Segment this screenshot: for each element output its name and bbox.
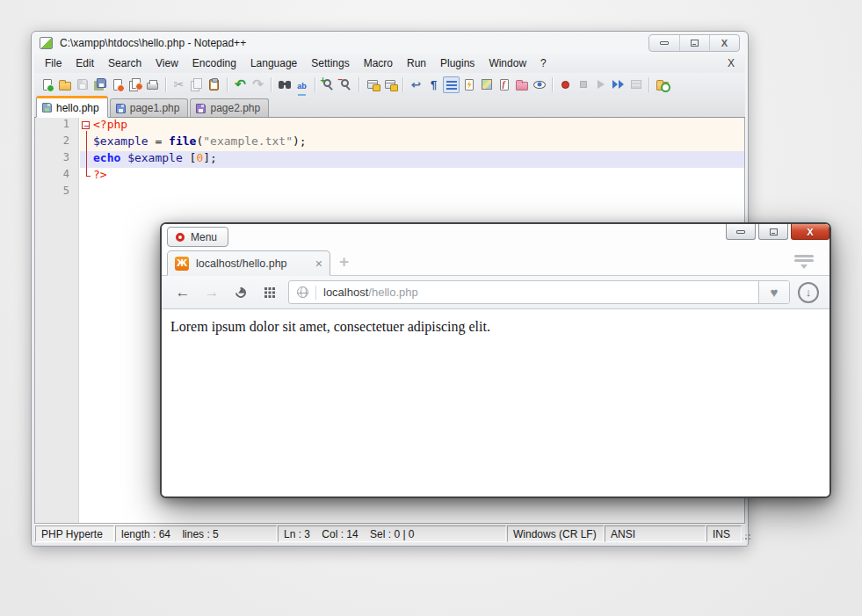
code-text: ?> [93,168,107,185]
status-eol-format: Windows (CR LF) [507,525,604,542]
tab-page2-php[interactable]: page2.php [190,98,269,117]
grid-icon [264,287,275,298]
menu-item-view[interactable]: View [148,54,185,72]
menu-item-window[interactable]: Window [482,54,533,72]
download-button[interactable]: ↓ [798,282,819,303]
fold-marker[interactable] [80,118,93,134]
bookmark-heart-button[interactable]: ♥ [758,281,789,303]
open-file-icon[interactable] [56,76,73,93]
status-length-lines: length : 64 lines : 5 [115,525,277,542]
code-line-4[interactable]: ?> [80,168,744,185]
menu-item-file[interactable]: File [38,54,69,72]
menu-item-macro[interactable]: Macro [357,54,400,72]
code-line-1[interactable]: <?php [80,118,744,134]
menu-item-run[interactable]: Run [400,54,433,72]
minimize-icon [736,230,745,234]
restore-icon [691,40,699,47]
macro-run-multiple-icon[interactable] [610,76,627,93]
sync-vertical-scroll-icon[interactable] [364,76,380,93]
minimize-button[interactable] [649,35,679,51]
address-bar[interactable]: localhost/hello.php ♥ [288,280,790,304]
sync-horizontal-scroll-icon[interactable] [381,76,398,93]
folder-as-workspace-icon[interactable] [513,76,530,93]
close-button[interactable]: X [791,224,829,240]
document-map-icon[interactable] [478,76,495,93]
menu-item-help[interactable]: ? [533,54,554,72]
toolbar-separator [227,77,228,92]
restore-button[interactable] [679,35,709,51]
new-tab-button[interactable]: + [339,253,349,270]
toolbar-separator [359,77,359,92]
fold-marker [80,168,93,185]
save-file-icon[interactable] [74,76,91,93]
globe-icon [297,286,308,298]
menu-item-edit[interactable]: Edit [69,54,101,72]
macro-record-icon[interactable] [557,76,574,93]
macro-play-icon[interactable] [592,76,609,93]
show-indent-guide-icon[interactable] [443,76,460,93]
zoom-in-icon[interactable] [320,76,337,93]
tab-hello-php[interactable]: hello.php [36,96,108,118]
opera-logo-icon [176,233,185,242]
document-monitoring-icon[interactable] [531,76,547,93]
new-file-icon[interactable] [39,76,55,93]
macro-save-icon[interactable] [627,76,644,93]
address-field[interactable]: localhost/hello.php [289,281,758,303]
paste-icon[interactable] [206,76,222,93]
zoom-out-icon[interactable] [337,76,354,93]
find-icon[interactable] [276,76,293,93]
opera-titlebar[interactable]: Menu X [162,224,829,250]
menu-item-language[interactable]: Language [243,54,304,72]
cut-icon[interactable] [170,76,187,93]
minimize-button[interactable] [726,224,756,240]
xampp-favicon [175,257,189,271]
save-all-icon[interactable] [91,76,108,93]
menu-item-plugins[interactable]: Plugins [433,54,482,72]
toolbar [34,73,745,96]
macro-stop-icon[interactable] [575,76,591,93]
menu-item-encoding[interactable]: Encoding [185,54,243,72]
address-separator [315,286,316,300]
open-containing-folder-icon[interactable] [654,76,670,93]
url-text: localhost/hello.php [323,286,418,299]
url-host: localhost [323,286,368,299]
forward-button[interactable]: → [201,282,222,303]
line-number: 1 [35,118,78,134]
opera-tabstrip: localhost/hello.php × + [162,250,829,276]
close-file-icon[interactable] [109,76,126,93]
menu-item-settings[interactable]: Settings [304,54,356,72]
speed-dial-button[interactable] [259,282,280,303]
opera-menu-button[interactable]: Menu [167,227,228,247]
restore-button[interactable] [758,224,788,240]
status-cursor-position: Ln : 3 Col : 14 Sel : 0 | 0 [278,525,506,542]
redo-icon[interactable] [250,76,266,93]
user-defined-dialog-icon[interactable] [460,76,477,93]
replace-icon[interactable] [293,76,310,93]
print-icon[interactable] [144,76,161,93]
function-list-icon[interactable] [496,76,512,93]
toolbar-separator [165,77,166,92]
copy-icon[interactable] [188,76,205,93]
undo-icon[interactable] [232,76,249,93]
show-all-characters-icon[interactable] [425,76,442,93]
back-button[interactable]: ← [172,282,193,303]
status-insert-mode: INS [706,525,742,542]
tab-close-icon[interactable]: × [315,257,322,270]
tab-page1-php[interactable]: page1.php [110,98,189,117]
reload-button[interactable] [230,282,251,303]
tab-title: localhost/hello.php [196,257,308,270]
code-line-5[interactable] [80,185,744,201]
close-all-icon[interactable] [127,76,143,93]
tab-localhost-hello-php[interactable]: localhost/hello.php × [167,250,330,276]
menu-item-search[interactable]: Search [101,54,148,72]
notepad-titlebar[interactable]: C:\xampp\htdocs\hello.php - Notepad++ X [34,32,745,54]
toolbar-separator [402,77,403,92]
word-wrap-icon[interactable] [408,76,424,93]
fold-margin [80,185,93,201]
tab-menu-icon[interactable] [794,255,814,270]
code-line-3[interactable]: echo $example [0]; [80,151,744,168]
menubar-close-button[interactable]: X [721,54,742,72]
resize-grip[interactable] [742,525,753,542]
close-button[interactable]: X [709,35,739,51]
code-line-2[interactable]: $example = file("example.txt"); [80,134,744,151]
